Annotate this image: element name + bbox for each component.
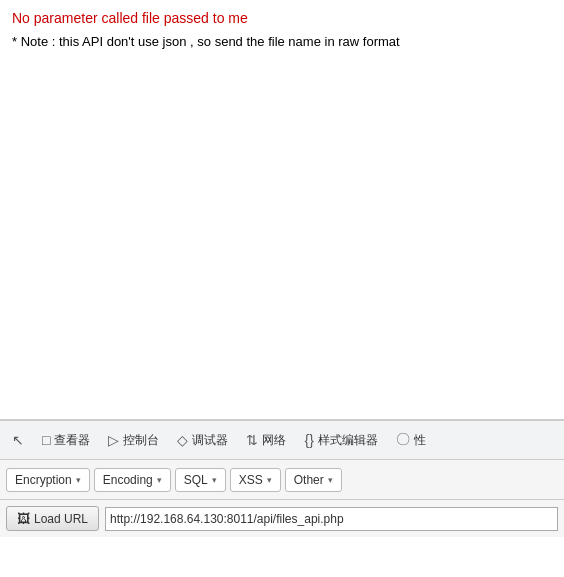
style-icon: {} xyxy=(304,432,313,448)
sql-dropdown[interactable]: SQL ▾ xyxy=(175,468,226,492)
encoding-arrow: ▾ xyxy=(157,475,162,485)
other-arrow: ▾ xyxy=(328,475,333,485)
other-dropdown[interactable]: Other ▾ xyxy=(285,468,342,492)
perf-icon: 〇 xyxy=(396,431,410,449)
encryption-dropdown[interactable]: Encryption ▾ xyxy=(6,468,90,492)
network-label: 网络 xyxy=(262,432,286,449)
load-url-icon: 🖼 xyxy=(17,511,30,526)
hackbar-toolbar: Encryption ▾ Encoding ▾ SQL ▾ XSS ▾ Othe… xyxy=(0,460,564,500)
perf-button[interactable]: 〇 性 xyxy=(388,427,434,453)
perf-label: 性 xyxy=(414,432,426,449)
inspector-label: 查看器 xyxy=(54,432,90,449)
style-editor-button[interactable]: {} 样式编辑器 xyxy=(296,428,385,453)
console-button[interactable]: ▷ 控制台 xyxy=(100,428,167,453)
cursor-button[interactable]: ↖ xyxy=(4,428,32,452)
load-url-row: 🖼 Load URL xyxy=(0,500,564,537)
encryption-label: Encryption xyxy=(15,473,72,487)
encoding-dropdown[interactable]: Encoding ▾ xyxy=(94,468,171,492)
console-icon: ▷ xyxy=(108,432,119,448)
encryption-arrow: ▾ xyxy=(76,475,81,485)
debugger-icon: ◇ xyxy=(177,432,188,448)
inspector-button[interactable]: □ 查看器 xyxy=(34,428,98,453)
xss-arrow: ▾ xyxy=(267,475,272,485)
sql-arrow: ▾ xyxy=(212,475,217,485)
encoding-label: Encoding xyxy=(103,473,153,487)
url-input[interactable] xyxy=(105,507,558,531)
debugger-label: 调试器 xyxy=(192,432,228,449)
load-url-button[interactable]: 🖼 Load URL xyxy=(6,506,99,531)
network-button[interactable]: ⇅ 网络 xyxy=(238,428,294,453)
other-label: Other xyxy=(294,473,324,487)
load-url-label: Load URL xyxy=(34,512,88,526)
main-content: No parameter called file passed to me * … xyxy=(0,0,564,420)
console-label: 控制台 xyxy=(123,432,159,449)
note-message: * Note : this API don't use json , so se… xyxy=(12,34,552,49)
inspector-icon: □ xyxy=(42,432,50,448)
style-label: 样式编辑器 xyxy=(318,432,378,449)
error-message: No parameter called file passed to me xyxy=(12,10,552,26)
xss-label: XSS xyxy=(239,473,263,487)
network-icon: ⇅ xyxy=(246,432,258,448)
debugger-button[interactable]: ◇ 调试器 xyxy=(169,428,236,453)
cursor-icon: ↖ xyxy=(12,432,24,448)
devtools-toolbar: ↖ □ 查看器 ▷ 控制台 ◇ 调试器 ⇅ 网络 {} 样式编辑器 〇 性 xyxy=(0,420,564,460)
xss-dropdown[interactable]: XSS ▾ xyxy=(230,468,281,492)
sql-label: SQL xyxy=(184,473,208,487)
